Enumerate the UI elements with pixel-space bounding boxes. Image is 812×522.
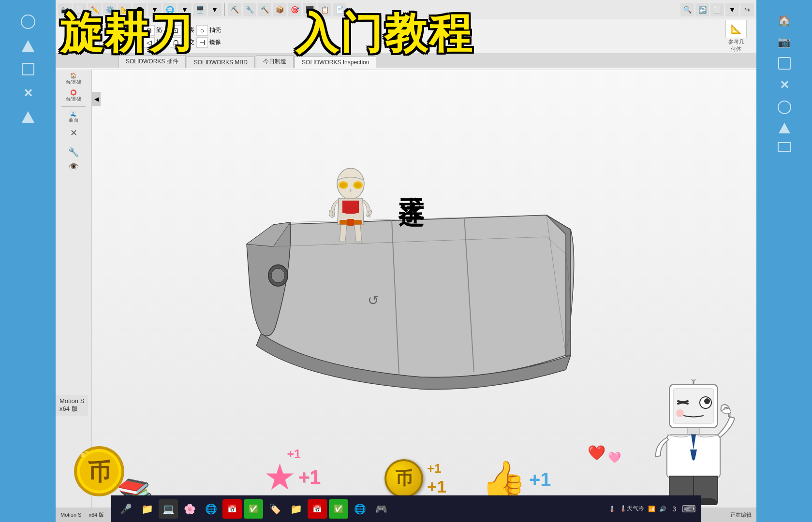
sw-panel-close-item[interactable]: ✕	[70, 128, 77, 138]
svg-point-8	[354, 183, 361, 188]
version-label: x64 版	[89, 511, 104, 519]
viewport-cursor: ↺	[368, 292, 379, 308]
motion-label: Motion S	[60, 512, 81, 518]
taskbar-folder-icon[interactable]: 📁	[137, 499, 157, 519]
sw-panel-surface-item[interactable]: 🌊曲面	[69, 111, 78, 124]
taskbar-calendar-icon[interactable]: 📅	[222, 499, 242, 519]
taskbar-folder2-icon[interactable]: 📁	[286, 499, 306, 519]
ps-triangle-icon	[22, 40, 34, 52]
solidworks-window: 旋耕刀 入门教程 📷 ⬜ ✏️ ⚙️ 📐 ⬤ ▼ 🌐 ▼ 🖥️ ▼ ⛏️ 🔧 🔨…	[56, 0, 756, 522]
svg-text:币: 币	[88, 459, 111, 485]
svg-rect-16	[85, 451, 89, 453]
thumb-plus-one: +1	[529, 469, 551, 491]
heart-1: ❤️	[588, 444, 605, 464]
gold-coin-icon: 币	[384, 459, 423, 498]
taskbar-cal2-icon[interactable]: 📅	[308, 499, 327, 519]
right-home-icon: 🏠	[778, 14, 791, 27]
taskbar-check-icon[interactable]: ✅	[244, 499, 263, 519]
title-part2: 入门教程	[295, 5, 473, 62]
taskbar-sys-area: 🌡️ 🌡️天气冷 📶 🔊	[608, 505, 666, 513]
title-part1: 旋耕刀	[60, 5, 194, 62]
svg-point-3	[271, 268, 285, 283]
sw-panel-view-item[interactable]: 👁️	[68, 161, 79, 172]
ps-cross-icon: ✕	[23, 87, 33, 100]
taskbar-wifi: 📶	[648, 506, 655, 512]
svg-point-7	[340, 183, 347, 188]
ps-triangle-icon-2	[22, 111, 34, 123]
svg-point-22	[704, 398, 710, 404]
expand-panel-arrow[interactable]: ◀	[92, 92, 101, 106]
toolbar-right4[interactable]: ↪	[740, 3, 754, 16]
robot-character	[645, 379, 742, 505]
taskbar-volume: 🔊	[659, 506, 666, 512]
taskbar-pc-icon[interactable]: 💻	[159, 499, 178, 519]
ref-geometry-btn[interactable]: 📐 参考几何体	[725, 20, 747, 53]
taskbar-weather: 🌡️	[608, 506, 616, 512]
right-circle-icon	[778, 101, 791, 114]
right-side-panel: 🏠 📷 ✕	[756, 0, 812, 522]
star-icon: ★	[264, 459, 296, 495]
san-lian-text: 求三连	[394, 176, 428, 184]
ultraman-sticker	[324, 167, 377, 242]
ps-circle-icon	[21, 14, 35, 29]
svg-point-25	[691, 379, 696, 381]
ps-square-icon	[22, 63, 34, 75]
svg-rect-26	[688, 428, 699, 435]
taskbar-weather-text: 🌡️天气冷	[620, 505, 644, 513]
taskbar: 🎤 📁 💻 🌸 🌐 📅 ✅ 🏷️ 📁 📅 ✅ 🌐 🎮 🌡️ 🌡️天气冷 📶 🔊 …	[111, 495, 701, 522]
title-overlay: 旋耕刀 入门教程	[60, 5, 473, 62]
taskbar-time: 3	[672, 505, 676, 513]
taskbar-check2-icon[interactable]: ✅	[329, 499, 348, 519]
star-plus-one-top: +1	[287, 447, 301, 461]
right-triangle-icon	[779, 123, 790, 133]
svg-point-23	[676, 409, 684, 417]
coin-plus-one: +1	[427, 477, 446, 496]
blade-model	[227, 191, 590, 399]
toolbar-right2[interactable]: ↩️	[695, 3, 709, 16]
editing-label: 正在编辑	[730, 511, 752, 519]
taskbar-flower-icon[interactable]: 🌸	[180, 499, 199, 519]
right-camera-icon: 📷	[778, 36, 791, 48]
heart-2: 🩷	[608, 451, 621, 464]
motion-side-label: Motion S x64 版	[56, 395, 88, 416]
taskbar-globe2-icon[interactable]: 🌐	[350, 499, 369, 519]
star-plus-one: +1	[298, 466, 321, 488]
heart-floats: ❤️ 🩷	[588, 444, 621, 464]
star-icon-container: ★ +1	[264, 459, 296, 495]
right-rect-icon	[778, 142, 791, 152]
toolbar-right1[interactable]: 🔍	[680, 3, 694, 16]
svg-rect-10	[347, 219, 354, 226]
thumb-icon: 👍	[481, 462, 527, 498]
coin-plus-one-top: +1	[427, 461, 442, 476]
right-square-icon	[778, 57, 791, 70]
svg-rect-15	[81, 453, 85, 457]
star-section: ★ +1 +1	[264, 459, 321, 495]
taskbar-browser-icon[interactable]: 🌐	[201, 499, 221, 519]
ultraman-svg	[324, 167, 377, 242]
taskbar-game-icon[interactable]: 🎮	[371, 499, 391, 519]
toolbar-dropdown4[interactable]: ▼	[725, 3, 739, 16]
coin-plus-group: +1 +1	[427, 461, 446, 496]
robot-svg	[645, 379, 742, 505]
left-side-panel: ✕	[0, 0, 56, 522]
sw-panel-tool-item[interactable]: 🔧	[68, 147, 79, 158]
right-cross-icon: ✕	[780, 78, 789, 92]
blade-svg	[227, 191, 590, 399]
coin-section: 币 +1 +1	[384, 459, 446, 498]
taskbar-tag-icon[interactable]: 🏷️	[265, 499, 284, 519]
toolbar-right3[interactable]: ⬜	[710, 3, 724, 16]
sw-panel-home-item[interactable]: 🏠台/基础	[66, 72, 82, 86]
taskbar-keyboard-icon[interactable]: ⌨	[682, 503, 696, 515]
thumb-section: 👍 +1	[481, 462, 551, 498]
sw-panel-sketch-item[interactable]: ⭕台/基础	[66, 89, 82, 102]
taskbar-mic-icon[interactable]: 🎤	[116, 499, 135, 519]
